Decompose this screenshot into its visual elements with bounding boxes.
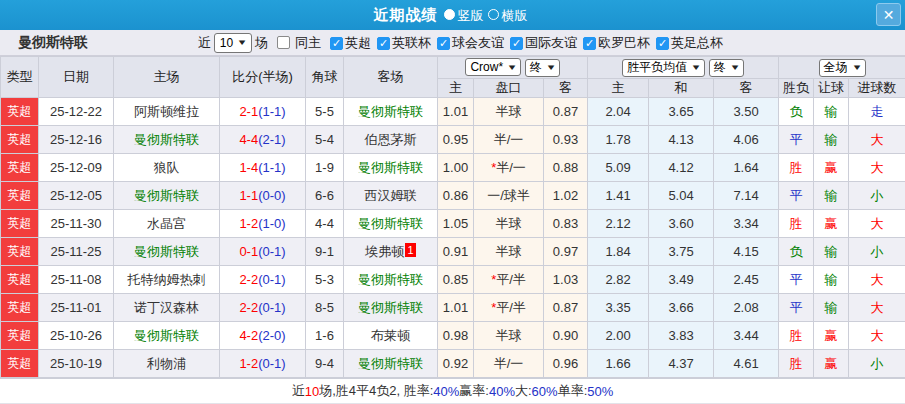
cell-league-type: 英超	[1, 238, 39, 266]
view-mode-radios: 竖版横版	[444, 6, 532, 25]
table-row: 英超25-11-01诺丁汉森林2-2(0-1)8-5曼彻斯特联1.01*平/半0…	[1, 294, 905, 322]
cell-result-goals: 大	[849, 126, 905, 154]
cell-away-team: 曼彻斯特联	[344, 294, 438, 322]
league-checkbox-label-2[interactable]: 球会友谊	[452, 35, 504, 50]
cell-result-wdl: 平	[779, 182, 814, 210]
cell-odds-away: 0.97	[544, 238, 588, 266]
league-checkbox-4[interactable]: ✓	[583, 37, 596, 50]
cell-avg-lose: 4.06	[714, 126, 779, 154]
table-row: 英超25-11-25曼彻斯特联0-1(0-1)9-1埃弗顿10.91半球0.97…	[1, 238, 905, 266]
cell-handicap: 半球	[474, 210, 544, 238]
league-checkbox-1[interactable]: ✓	[377, 37, 390, 50]
cell-odds-away: 1.02	[544, 182, 588, 210]
recent-prefix-label: 近	[198, 34, 211, 52]
cell-odds-away: 0.87	[544, 98, 588, 126]
odds-final-select[interactable]: 终 ▼	[525, 59, 560, 77]
view-radio-1[interactable]	[488, 9, 499, 20]
league-checkbox-3[interactable]: ✓	[510, 37, 523, 50]
cell-league-type: 英超	[1, 154, 39, 182]
cell-score: 2-1(1-1)	[220, 98, 306, 126]
recent-count-select[interactable]: 10 ▼	[214, 33, 252, 53]
cell-score: 2-2(0-1)	[220, 294, 306, 322]
cell-corners: 1-9	[306, 154, 344, 182]
summary-segment: 近	[292, 382, 305, 400]
sub-header-avg-lose: 客	[714, 79, 779, 98]
same-home-label[interactable]: 同主	[295, 34, 321, 52]
sub-header-odds-home: 主	[438, 79, 474, 98]
cell-result-goals: 大	[849, 210, 905, 238]
avg-type-select[interactable]: 胜平负均值 ▼	[622, 59, 705, 77]
cell-handicap: 半球	[474, 322, 544, 350]
sub-header-avg-draw: 和	[649, 79, 714, 98]
sub-header-handicap: 盘口	[474, 79, 544, 98]
col-header-away: 客场	[344, 57, 438, 98]
table-row: 英超25-11-30水晶宫1-2(1-0)4-4曼彻斯特联1.05半球0.832…	[1, 210, 905, 238]
cell-result-wdl: 胜	[779, 350, 814, 378]
cell-result-goals: 小	[849, 182, 905, 210]
cell-avg-lose: 7.14	[714, 182, 779, 210]
cell-result-handicap: 输	[814, 98, 849, 126]
results-table: 类型 日期 主场 比分(半场) 角球 客场 Crow* ▼ 终 ▼	[0, 56, 905, 378]
scope-select[interactable]: 全场 ▼	[819, 59, 866, 77]
sub-header-result-handicap: 让球	[814, 79, 849, 98]
cell-handicap: 半/一	[474, 126, 544, 154]
league-checkbox-label-1[interactable]: 英联杯	[392, 35, 431, 50]
summary-segment: 50%	[587, 384, 613, 399]
cell-result-handicap: 输	[814, 182, 849, 210]
cell-away-team: 西汉姆联	[344, 182, 438, 210]
cell-home-team: 狼队	[114, 154, 220, 182]
same-home-checkbox[interactable]	[277, 36, 290, 49]
cell-odds-away: 0.87	[544, 294, 588, 322]
cell-avg-lose: 2.45	[714, 266, 779, 294]
chevron-down-icon: ▼	[236, 38, 247, 47]
league-checkbox-label-0[interactable]: 英超	[345, 35, 371, 50]
cell-avg-win: 2.82	[588, 266, 649, 294]
cell-handicap: 半球	[474, 238, 544, 266]
cell-avg-lose: 4.15	[714, 238, 779, 266]
view-radio-label-1[interactable]: 横版	[502, 8, 528, 23]
cell-date: 25-11-08	[39, 266, 114, 294]
cell-away-team: 曼彻斯特联	[344, 98, 438, 126]
summary-segment: 40%	[489, 384, 515, 399]
cell-result-handicap: 输	[814, 238, 849, 266]
sub-header-result-wdl: 胜负	[779, 79, 814, 98]
cell-away-team: 曼彻斯特联	[344, 154, 438, 182]
summary-segment: 大:	[515, 382, 532, 400]
cell-score: 1-4(1-1)	[220, 154, 306, 182]
cell-score: 1-1(0-0)	[220, 182, 306, 210]
filter-controls: 近 10 ▼ 场 同主 ✓英超✓英联杯✓球会友谊✓国际友谊✓欧罗巴杯✓英足总杯	[198, 33, 723, 53]
league-checkbox-label-5[interactable]: 英足总杯	[671, 35, 723, 50]
cell-odds-home: 1.01	[438, 294, 474, 322]
cell-odds-away: 0.88	[544, 154, 588, 182]
cell-corners: 9-1	[306, 238, 344, 266]
cell-away-team: 曼彻斯特联	[344, 266, 438, 294]
cell-avg-draw: 4.12	[649, 154, 714, 182]
cell-result-wdl: 平	[779, 126, 814, 154]
league-checkbox-label-3[interactable]: 国际友谊	[525, 35, 577, 50]
odds-source-select[interactable]: Crow* ▼	[465, 58, 521, 76]
cell-result-wdl: 负	[779, 238, 814, 266]
cell-result-wdl: 负	[779, 98, 814, 126]
league-checkbox-0[interactable]: ✓	[330, 37, 343, 50]
col-header-type: 类型	[1, 57, 39, 98]
cell-corners: 1-6	[306, 322, 344, 350]
league-checkbox-5[interactable]: ✓	[656, 37, 669, 50]
close-button[interactable]: ✕	[876, 3, 901, 26]
avg-final-select[interactable]: 终 ▼	[709, 59, 744, 77]
view-radio-0[interactable]	[444, 9, 455, 20]
cell-result-goals: 小	[849, 238, 905, 266]
cell-corners: 9-4	[306, 350, 344, 378]
cell-avg-draw: 3.65	[649, 98, 714, 126]
league-checkbox-label-4[interactable]: 欧罗巴杯	[598, 35, 650, 50]
view-radio-label-0[interactable]: 竖版	[458, 8, 484, 23]
cell-avg-win: 2.00	[588, 322, 649, 350]
league-checkbox-2[interactable]: ✓	[437, 37, 450, 50]
cell-home-team: 曼彻斯特联	[114, 322, 220, 350]
cell-handicap: 一/球半	[474, 182, 544, 210]
sub-header-avg-win: 主	[588, 79, 649, 98]
cell-handicap: 半/一	[474, 350, 544, 378]
summary-bar: 近10场,胜4平4负2, 胜率:40% 赢率:40% 大:60% 单率:50%	[0, 378, 905, 403]
cell-avg-lose: 3.34	[714, 210, 779, 238]
cell-league-type: 英超	[1, 126, 39, 154]
cell-odds-away: 0.96	[544, 350, 588, 378]
